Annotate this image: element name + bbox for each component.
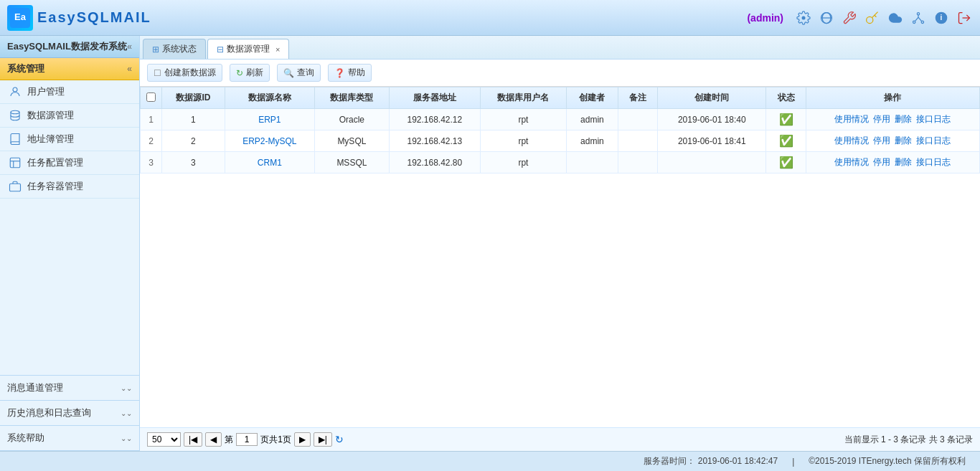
- query-label: 查询: [297, 67, 314, 79]
- globe-icon[interactable]: [818, 9, 835, 27]
- cell-user: rpt: [480, 109, 566, 130]
- refresh-button[interactable]: ↻ 刷新: [230, 64, 270, 82]
- datasource-name-link[interactable]: CRM1: [258, 158, 282, 168]
- action-delete[interactable]: 删除: [895, 135, 912, 147]
- page-number-input[interactable]: [236, 433, 258, 446]
- col-created: 创建时间: [658, 87, 766, 109]
- col-actions: 操作: [806, 87, 979, 109]
- svg-rect-14: [10, 158, 20, 168]
- cell-server: 192.168.42.80: [389, 152, 480, 173]
- toolbar: ☐ 创建新数据源 ↻ 刷新 🔍 查询 ❓ 帮助: [140, 60, 980, 87]
- sidebar-item-taskcontainer[interactable]: 任务容器管理: [0, 175, 139, 199]
- help-button[interactable]: ❓ 帮助: [328, 64, 372, 82]
- status-icon: ✅: [779, 135, 793, 147]
- query-button[interactable]: 🔍 查询: [277, 64, 321, 82]
- datasource-name-link[interactable]: ERP1: [258, 115, 281, 125]
- logo-text: EasySQLMAIL: [37, 9, 151, 26]
- network-icon[interactable]: [910, 9, 927, 27]
- cell-id: 3: [162, 152, 225, 173]
- cell-name[interactable]: ERP2-MySQL: [225, 130, 314, 152]
- action-cell: 使用情况 停用 删除 接口日志: [812, 156, 974, 168]
- action-stop[interactable]: 停用: [873, 156, 890, 168]
- cell-server: 192.168.42.12: [389, 109, 480, 130]
- action-delete[interactable]: 删除: [895, 156, 912, 168]
- cell-name[interactable]: ERP1: [225, 109, 314, 130]
- system-section-collapse[interactable]: «: [127, 64, 132, 74]
- sidebar: EasySQLMAIL数据发布系统 « 系统管理 « 用户管理 数据源管理: [0, 36, 140, 451]
- cell-name[interactable]: CRM1: [225, 152, 314, 173]
- cell-index: 2: [141, 130, 162, 152]
- key-icon[interactable]: [864, 9, 881, 27]
- action-usage[interactable]: 使用情况: [834, 156, 869, 168]
- help-icon: ❓: [334, 68, 345, 78]
- cell-type: MSSQL: [314, 152, 389, 173]
- cell-id: 2: [162, 130, 225, 152]
- datasource-table: 数据源ID 数据源名称 数据库类型 服务器地址 数据库用户名 创建者 备注 创建…: [140, 87, 980, 173]
- footer: 服务器时间： 2019-06-01 18:42:47 | ©2015-2019 …: [0, 451, 980, 471]
- action-log[interactable]: 接口日志: [916, 113, 951, 125]
- tools-icon[interactable]: [841, 9, 858, 27]
- user-label: 用户管理: [27, 85, 65, 98]
- sidebar-item-msgchannel[interactable]: 消息通道管理 ⌄⌄: [0, 376, 139, 401]
- settings-icon[interactable]: [795, 9, 812, 27]
- cell-actions: 使用情况 停用 删除 接口日志: [806, 109, 979, 130]
- info-icon[interactable]: i: [933, 9, 950, 27]
- datasource-tab-icon: ⊟: [217, 44, 224, 54]
- sidebar-item-addressbook[interactable]: 地址簿管理: [0, 128, 139, 151]
- datasource-label: 数据源管理: [27, 109, 74, 122]
- sidebar-item-user[interactable]: 用户管理: [0, 80, 139, 104]
- tab-system-status[interactable]: ⊞ 系统状态: [143, 39, 206, 59]
- taskcontainer-icon: [9, 180, 22, 193]
- last-page-button[interactable]: ▶|: [314, 432, 332, 447]
- sidebar-item-taskconfig[interactable]: 任务配置管理: [0, 151, 139, 175]
- datasource-name-link[interactable]: ERP2-MySQL: [242, 136, 296, 146]
- tab-datasource[interactable]: ⊟ 数据源管理 ×: [207, 39, 289, 59]
- action-usage[interactable]: 使用情况: [834, 135, 869, 147]
- cell-remark: [618, 109, 657, 130]
- action-stop[interactable]: 停用: [873, 113, 890, 125]
- user-icon: [9, 85, 22, 98]
- col-server: 服务器地址: [389, 87, 480, 109]
- cell-status: ✅: [766, 152, 806, 173]
- action-log[interactable]: 接口日志: [916, 135, 951, 147]
- admin-label: (admin): [747, 12, 783, 24]
- refresh-label: 刷新: [246, 67, 263, 79]
- col-creator: 创建者: [567, 87, 618, 109]
- pagination-summary: 当前显示 1 - 3 条记录 共 3 条记录: [844, 434, 973, 446]
- exit-icon[interactable]: [956, 9, 973, 27]
- sidebar-collapse-icon[interactable]: «: [127, 42, 132, 52]
- svg-rect-17: [10, 184, 21, 191]
- sidebar-bottom: 消息通道管理 ⌄⌄ 历史消息和日志查询 ⌄⌄ 系统帮助 ⌄⌄: [0, 375, 139, 451]
- cell-created: 2019-06-01 18:41: [658, 130, 766, 152]
- prev-page-button[interactable]: ◀: [205, 432, 222, 447]
- addressbook-label: 地址簿管理: [27, 133, 74, 146]
- create-datasource-button[interactable]: ☐ 创建新数据源: [147, 64, 222, 82]
- header-right: (admin) i: [747, 9, 973, 27]
- create-icon: ☐: [154, 68, 161, 78]
- svg-point-6: [917, 12, 919, 14]
- sidebar-item-help[interactable]: 系统帮助 ⌄⌄: [0, 426, 139, 451]
- cloud-icon[interactable]: [887, 9, 904, 27]
- first-page-button[interactable]: |◀: [184, 432, 202, 447]
- action-stop[interactable]: 停用: [873, 135, 890, 147]
- taskconfig-label: 任务配置管理: [27, 156, 83, 169]
- chevron-down-icon-1: ⌄⌄: [121, 384, 132, 392]
- table-header-row: 数据源ID 数据源名称 数据库类型 服务器地址 数据库用户名 创建者 备注 创建…: [141, 87, 980, 109]
- table-row: 3 3 CRM1 MSSQL 192.168.42.80 rpt ✅ 使用情况 …: [141, 152, 980, 173]
- datasource-tab-close[interactable]: ×: [275, 45, 280, 54]
- table-container: 数据源ID 数据源名称 数据库类型 服务器地址 数据库用户名 创建者 备注 创建…: [140, 87, 980, 427]
- action-usage[interactable]: 使用情况: [834, 113, 869, 125]
- cell-actions: 使用情况 停用 删除 接口日志: [806, 152, 979, 173]
- pagination-refresh-button[interactable]: ↻: [335, 434, 344, 445]
- system-status-tab-icon: ⊞: [152, 44, 159, 54]
- datasource-tab-label: 数据源管理: [227, 43, 270, 55]
- page-size-select[interactable]: 50 100 200: [147, 432, 181, 447]
- logo-icon: Ea: [7, 5, 33, 31]
- next-page-button[interactable]: ▶: [294, 432, 311, 447]
- action-delete[interactable]: 删除: [895, 113, 912, 125]
- action-log[interactable]: 接口日志: [916, 156, 951, 168]
- select-all-checkbox[interactable]: [146, 92, 156, 102]
- cell-actions: 使用情况 停用 删除 接口日志: [806, 130, 979, 152]
- sidebar-item-history[interactable]: 历史消息和日志查询 ⌄⌄: [0, 401, 139, 426]
- sidebar-item-datasource[interactable]: 数据源管理: [0, 104, 139, 128]
